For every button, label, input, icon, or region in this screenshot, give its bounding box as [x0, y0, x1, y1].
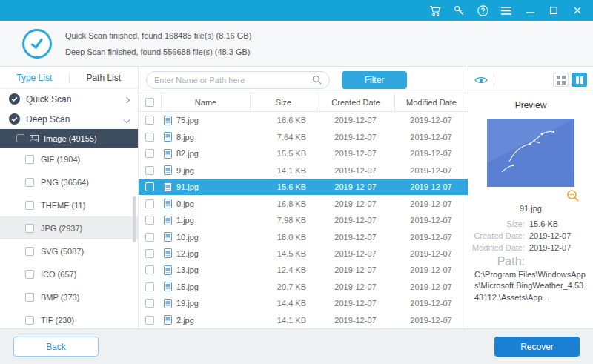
grid-view-icon [557, 76, 566, 85]
row-checkbox[interactable] [145, 282, 154, 291]
type-list: GIF (1904)PNG (36564)THEME (11)JPG (2937… [0, 148, 138, 328]
back-button[interactable]: Back [13, 337, 99, 357]
file-icon [164, 248, 172, 258]
table-row[interactable]: 19.jpg14.4 KB2019-12-072019-12-07 [139, 295, 468, 311]
sidebar-item-theme[interactable]: THEME (11) [0, 193, 138, 216]
sidebar-item-png[interactable]: PNG (36564) [0, 171, 138, 193]
thumbnail-view-button[interactable] [553, 73, 569, 87]
row-checkbox[interactable] [145, 249, 154, 258]
detail-value: 2019-12-07 [529, 243, 571, 252]
column-header-size[interactable]: Size [250, 93, 317, 111]
content-area: Type List Path List Quick Scan Deep Scan… [0, 67, 593, 328]
sidebar-item-svg[interactable]: SVG (5087) [0, 239, 138, 262]
sidebar-item-gif[interactable]: GIF (1904) [0, 148, 138, 171]
table-row[interactable]: 10.jpg18.0 KB2019-12-072019-12-07 [139, 228, 468, 245]
cart-icon[interactable] [428, 4, 442, 17]
tab-path-list[interactable]: Path List [70, 73, 139, 83]
row-checkbox[interactable] [145, 149, 154, 158]
file-created-date: 2019-12-07 [317, 145, 394, 162]
type-checkbox[interactable] [25, 316, 34, 325]
search-box [146, 71, 330, 89]
table-row[interactable]: 82.jpg15.5 KB2019-12-072019-12-07 [139, 145, 468, 162]
row-checkbox[interactable] [145, 182, 154, 191]
minimize-icon[interactable] [523, 4, 537, 17]
view-toggle-group [553, 73, 587, 87]
tab-type-list[interactable]: Type List [0, 73, 69, 83]
row-checkbox[interactable] [145, 265, 154, 274]
row-checkbox[interactable] [145, 233, 154, 242]
row-checkbox[interactable] [145, 116, 154, 125]
file-name: 9.jpg [176, 166, 194, 175]
file-icon [164, 216, 172, 225]
table-row[interactable]: 9.jpg14.1 KB2019-12-072019-12-07 [139, 162, 468, 178]
table-row[interactable]: 2.jpg14.1 KB2019-12-072019-12-07 [139, 312, 468, 328]
table-row[interactable]: 8.jpg7.64 KB2019-12-072019-12-07 [139, 128, 468, 145]
file-created-date: 2019-12-07 [317, 228, 394, 245]
preview-image [487, 119, 574, 187]
sidebar-item-ico[interactable]: ICO (657) [0, 262, 138, 285]
type-checkbox[interactable] [25, 201, 34, 210]
key-icon[interactable] [452, 4, 466, 17]
file-list-panel: Filter Name Size Created Date Modified D… [139, 67, 468, 328]
maximize-icon[interactable] [547, 4, 560, 17]
menu-icon[interactable] [500, 4, 513, 17]
row-checkbox[interactable] [145, 299, 154, 308]
scan-status-texts: Quick Scan finished, found 168485 file(s… [65, 27, 251, 60]
eye-icon[interactable] [474, 76, 488, 85]
type-checkbox[interactable] [25, 270, 34, 279]
file-name: 0.jpg [176, 199, 194, 208]
type-checkbox[interactable] [25, 178, 34, 187]
close-icon[interactable] [571, 4, 584, 17]
file-created-date: 2019-12-07 [317, 279, 394, 295]
help-icon[interactable] [476, 4, 489, 17]
file-icon [164, 149, 172, 159]
search-input[interactable] [154, 76, 312, 85]
chevron-right-icon[interactable] [125, 94, 129, 105]
file-size: 16.8 KB [250, 195, 317, 211]
search-icon[interactable] [312, 75, 322, 85]
file-modified-date: 2019-12-07 [394, 179, 468, 195]
recover-button[interactable]: Recover [494, 337, 580, 357]
chevron-down-icon[interactable] [125, 114, 129, 125]
type-checkbox[interactable] [25, 155, 34, 164]
image-folder-label: Image (49155) [44, 134, 97, 143]
column-header-name[interactable]: Name [161, 93, 250, 111]
type-checkbox[interactable] [25, 247, 34, 256]
row-checkbox[interactable] [145, 133, 154, 142]
sidebar-item-deep-scan[interactable]: Deep Scan [0, 109, 138, 129]
sidebar-item-jpg[interactable]: JPG (2937) [0, 216, 138, 239]
file-name: 2.jpg [176, 316, 194, 325]
row-checkbox[interactable] [145, 199, 154, 208]
column-header-created-date[interactable]: Created Date [317, 93, 394, 111]
type-checkbox[interactable] [25, 293, 34, 302]
table-row[interactable]: 12.jpg14.5 KB2019-12-072019-12-07 [139, 245, 468, 262]
sidebar-item-quick-scan[interactable]: Quick Scan [0, 89, 138, 109]
zoom-in-icon[interactable] [566, 189, 580, 202]
file-modified-date: 2019-12-07 [394, 245, 468, 262]
table-row[interactable]: 15.jpg20.7 KB2019-12-072019-12-07 [139, 279, 468, 295]
table-header: Name Size Created Date Modified Date [139, 93, 468, 112]
filter-button[interactable]: Filter [342, 71, 407, 89]
preview-detail-row: Size:15.6 KB [468, 219, 593, 228]
table-row[interactable]: 91.jpg15.6 KB2019-12-072019-12-07 [139, 179, 468, 195]
sidebar-folder-image[interactable]: Image (49155) [0, 129, 138, 148]
detail-label: Modified Date: [468, 243, 529, 252]
file-name: 1.jpg [176, 216, 194, 225]
row-checkbox[interactable] [145, 216, 154, 225]
detail-view-button[interactable] [572, 73, 587, 87]
row-checkbox[interactable] [145, 166, 154, 175]
table-row[interactable]: 75.jpg18.6 KB2019-12-072019-12-07 [139, 112, 468, 128]
folder-checkbox[interactable] [16, 134, 24, 142]
select-all-cell [139, 93, 161, 111]
table-row[interactable]: 0.jpg16.8 KB2019-12-072019-12-07 [139, 195, 468, 211]
select-all-checkbox[interactable] [145, 98, 154, 107]
file-created-date: 2019-12-07 [317, 179, 394, 195]
type-checkbox[interactable] [25, 224, 34, 233]
table-row[interactable]: 13.jpg12.4 KB2019-12-072019-12-07 [139, 262, 468, 278]
sidebar-item-tif[interactable]: TIF (230) [0, 308, 138, 328]
sidebar-item-bmp[interactable]: BMP (373) [0, 285, 138, 308]
row-checkbox[interactable] [145, 316, 154, 325]
table-row[interactable]: 1.jpg7.98 KB2019-12-072019-12-07 [139, 212, 468, 228]
sidebar-scrollbar[interactable] [133, 196, 136, 242]
column-header-modified-date[interactable]: Modified Date [394, 93, 468, 111]
